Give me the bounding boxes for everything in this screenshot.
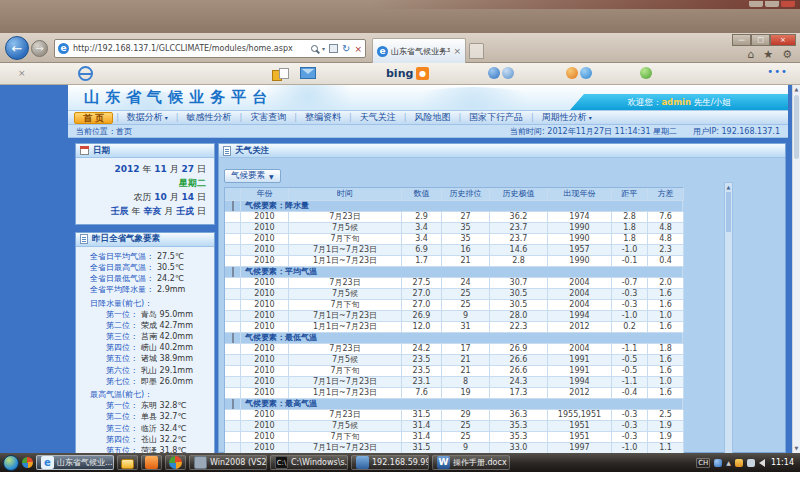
nav-item-7[interactable]: 国家下行产品 [461, 111, 531, 124]
page-scrollbar[interactable]: ▲ ▼ [792, 85, 800, 453]
cell: 2010 [241, 355, 289, 366]
tray-app-icon[interactable] [714, 459, 722, 467]
checkbox[interactable] [232, 333, 234, 343]
address-bar[interactable]: e http://192.168.137.1/GLCCLIMATE/module… [54, 39, 366, 58]
table-row[interactable]: 20107月5候31.42535.31951-0.31.9 [225, 421, 683, 432]
maximize-button[interactable]: □ [751, 34, 770, 46]
group-checkbox-cell[interactable] [225, 333, 241, 344]
cloud-app-icon[interactable] [580, 67, 592, 79]
nav-item-6[interactable]: 风险地图 [406, 111, 458, 124]
page-scroll-down-icon[interactable]: ▼ [793, 444, 800, 453]
group-checkbox-cell[interactable] [225, 267, 241, 278]
table-row[interactable]: 20107月1日~7月23日6.91614.61957-1.02.3 [225, 245, 683, 256]
bing-search-widget[interactable]: bing ● [386, 67, 429, 80]
action-center-flag-icon[interactable] [735, 459, 743, 467]
table-row[interactable]: 20107月23日31.52936.31955,1951-0.32.5 [225, 410, 683, 421]
taskbar-button-cmd[interactable]: C:\C:\Windows\s... [270, 455, 348, 470]
nav-item-4[interactable]: 整编资料 [297, 111, 349, 124]
tab-close-icon[interactable]: × [453, 46, 461, 56]
home-icon[interactable]: ⌂ [747, 48, 754, 61]
taskbar-button-folder[interactable] [117, 455, 138, 470]
table-row[interactable]: 20107月23日2.92736.219742.87.6 [225, 212, 683, 223]
rank-row: 第一位：东明 32.8℃ [76, 400, 212, 411]
table-row[interactable]: 20107月5候27.02530.52004-0.31.6 [225, 289, 683, 300]
start-button[interactable] [3, 455, 19, 471]
breadcrumb: 当前位置：首页 [76, 126, 132, 137]
page-scrollbar-thumb[interactable] [794, 95, 799, 159]
checkbox[interactable] [232, 399, 234, 409]
refresh-icon[interactable]: ↻ [342, 43, 350, 54]
url-text[interactable]: http://192.168.137.1/GLCCLIMATE/modules/… [73, 44, 311, 53]
mail-icon[interactable] [300, 67, 316, 79]
table-row[interactable]: 20107月下旬23.52126.61991-0.51.6 [225, 366, 683, 377]
contacts-icon[interactable] [502, 67, 514, 79]
stop-icon[interactable]: × [354, 44, 362, 54]
page-scroll-up-icon[interactable]: ▲ [793, 85, 800, 94]
volume-icon[interactable] [759, 459, 765, 467]
settings-gear-icon[interactable]: ⚙ [782, 48, 792, 61]
nav-item-0[interactable]: 首 页 [74, 112, 113, 124]
nav-item-3[interactable]: 灾害查询 [242, 111, 294, 124]
tray-expand-icon[interactable]: ▲ [726, 459, 731, 466]
taskbar-button-win[interactable]: Win2008 (VS2... [189, 455, 267, 470]
table-row[interactable]: 20107月5候23.52126.61991-0.51.6 [225, 355, 683, 366]
table-row[interactable]: 20107月下旬31.42535.31951-0.31.9 [225, 432, 683, 443]
plugin-icon[interactable] [640, 67, 652, 79]
back-button[interactable]: ← [5, 36, 29, 60]
nav-item-1[interactable]: 数据分析▾ [119, 111, 176, 124]
table-scrollbar[interactable]: ▲ ▼ [724, 182, 733, 453]
forward-button[interactable]: → [31, 40, 48, 57]
table-row[interactable]: 20107月下旬27.02530.52004-0.31.6 [225, 300, 683, 311]
group-checkbox-cell[interactable] [225, 399, 241, 410]
table-row[interactable]: 20101月1日~7月23日7.61917.32012-0.41.6 [225, 388, 683, 399]
table-row[interactable]: 20107月1日~7月23日26.9928.01994-1.01.0 [225, 311, 683, 322]
taskbar-button-ie[interactable]: e山东省气候业... [36, 455, 114, 470]
close-button[interactable]: × [770, 34, 796, 46]
language-indicator[interactable]: CH [696, 458, 710, 468]
table-row[interactable]: 20107月5候3.43523.719901.84.8 [225, 223, 683, 234]
messenger-icon[interactable] [488, 67, 500, 79]
plugin-icons[interactable] [640, 67, 652, 79]
messenger-icons[interactable] [488, 67, 514, 79]
cell: -0.3 [612, 421, 648, 432]
taskbar-button-media[interactable] [165, 455, 186, 470]
table-row[interactable]: 20107月1日~7月23日23.1824.31994-1.11.0 [225, 377, 683, 388]
cards-icon[interactable] [272, 68, 294, 81]
compatibility-view-icon[interactable] [329, 44, 338, 53]
search-caret-icon[interactable]: ▾ [322, 45, 325, 52]
new-tab-button[interactable] [469, 43, 484, 59]
rank-value: 乳山 29.1mm [141, 365, 193, 376]
nav-item-5[interactable]: 天气关注 [352, 111, 404, 124]
scroll-up-icon[interactable]: ▲ [725, 183, 732, 191]
table-row[interactable]: 20107月23日27.52430.72004-0.72.0 [225, 278, 683, 289]
table-row[interactable]: 20101月1日~7月23日1.7212.81990-0.10.4 [225, 256, 683, 267]
bird-icon[interactable] [566, 67, 578, 79]
cell: 7月5候 [289, 223, 402, 234]
toolbar-close-icon[interactable]: × [18, 68, 26, 78]
taskbar-button-app[interactable] [141, 455, 162, 470]
nav-item-2[interactable]: 敏感性分析 [179, 111, 240, 124]
network-icon[interactable] [747, 459, 755, 467]
table-row[interactable]: 20101月1日~7月23日12.03122.320120.21.6 [225, 322, 683, 333]
favorites-star-icon[interactable]: ★ [763, 48, 773, 61]
pinned-app-icon[interactable] [22, 457, 33, 468]
minimize-button[interactable]: — [732, 34, 751, 46]
search-icon[interactable] [311, 45, 318, 52]
group-checkbox-cell[interactable] [225, 201, 241, 212]
checkbox[interactable] [232, 201, 234, 211]
clock[interactable]: 11:14 [771, 458, 794, 467]
nav-item-8[interactable]: 周期性分析▾ [534, 111, 600, 124]
weather-bird-icons[interactable] [566, 67, 592, 79]
climate-element-dropdown[interactable]: 气候要素 ▼ [224, 169, 281, 183]
table-row[interactable]: 20107月下旬3.43523.719901.84.8 [225, 234, 683, 245]
scrollbar-thumb[interactable] [726, 192, 731, 232]
checkbox[interactable] [232, 267, 234, 277]
browser-tab[interactable]: e 山东省气候业务平... × [372, 38, 466, 63]
table-row[interactable]: 20107月23日24.21726.92004-1.11.8 [225, 344, 683, 355]
table-row[interactable]: 20107月1日~7月23日31.5933.01997-1.01.1 [225, 443, 683, 453]
taskbar-button-rdp[interactable]: 192.168.59.99... [351, 455, 429, 470]
cell: 35 [442, 223, 490, 234]
toolbar-overflow-icon[interactable]: ••• [767, 66, 788, 77]
blocker-icon[interactable] [78, 66, 93, 81]
taskbar-button-word[interactable]: W操作手册.docx ... [432, 455, 510, 470]
